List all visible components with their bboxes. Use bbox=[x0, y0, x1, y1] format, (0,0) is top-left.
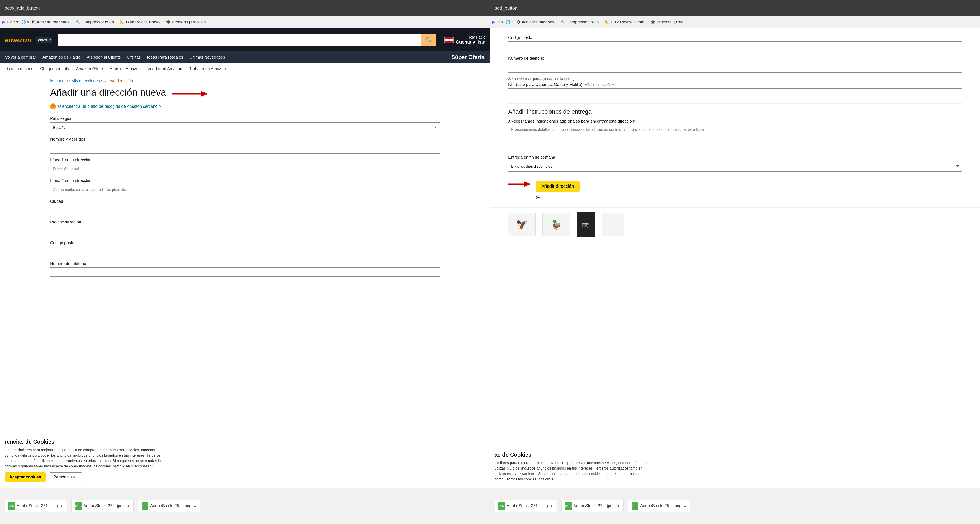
browser-bar-left: book_add_button bbox=[0, 0, 490, 16]
input-tel[interactable] bbox=[50, 267, 440, 276]
svg-marker-1 bbox=[201, 91, 208, 97]
input-ciudad[interactable] bbox=[50, 205, 440, 216]
accept-cookies-btn-left[interactable]: Aceptar cookies bbox=[5, 472, 46, 482]
bookmark-achicar[interactable]: 🖼 Achicar Imágenes... bbox=[32, 20, 73, 25]
left-panel: book_add_button ▶ Twitch 🌐 n 🖼 Achicar I… bbox=[0, 0, 490, 524]
bookmark-globe[interactable]: 🌐 n bbox=[21, 20, 29, 25]
textarea-delivery[interactable] bbox=[508, 125, 962, 150]
form-group-tel-r: Número de teléfono bbox=[508, 56, 962, 73]
chevron-down-icon-dl1r[interactable]: ▲ bbox=[550, 504, 554, 508]
nav-atencion[interactable]: Atención al Cliente bbox=[83, 51, 124, 63]
label-nombre: Nombre y apellidos bbox=[50, 137, 440, 142]
label-tel: Número de teléfono bbox=[50, 261, 440, 266]
cookie-title-right: as de Cookies bbox=[495, 451, 975, 458]
download-1-left[interactable]: JPG AdobeStock_271....jpg ▲ bbox=[5, 500, 67, 512]
cookie-title-left: rencias de Cookies bbox=[5, 438, 485, 445]
browser-tab-right[interactable]: add_button bbox=[495, 5, 517, 11]
form-group-cp-r: Código postal bbox=[508, 35, 962, 52]
compressor-icon-r: 🔧 bbox=[560, 20, 565, 25]
bookmark-proctor-r[interactable]: 🎓 ProctorU | Real... bbox=[651, 20, 688, 25]
department-select[interactable]: entos bbox=[36, 37, 52, 43]
chevron-down-icon-dl1[interactable]: ▲ bbox=[60, 504, 64, 508]
form-group-linea2: Línea 2 de la dirección bbox=[50, 178, 440, 195]
bookmark-compressor[interactable]: 🔧 Compressor.io - o... bbox=[76, 20, 118, 25]
pickup-link[interactable]: 📍 O encuentra un punto de recogida de Am… bbox=[50, 103, 440, 110]
search-button[interactable]: 🔍 bbox=[422, 34, 436, 46]
account-info[interactable]: Hola Pablo Cuenta y lista bbox=[456, 35, 485, 44]
add-address-arrow bbox=[508, 180, 531, 188]
bookmark-twitch[interactable]: ▶ Twitch bbox=[2, 20, 18, 25]
main-form-left: Añadir una dirección nueva 📍 O encuentra… bbox=[0, 87, 490, 276]
nav-volver[interactable]: volver a comprar bbox=[2, 51, 39, 63]
bookmark-globe-r[interactable]: 🌐 n bbox=[506, 20, 514, 25]
nav-cheques[interactable]: Cheques regalo bbox=[40, 67, 69, 71]
label-ciudad: Ciudad bbox=[50, 199, 440, 204]
personalize-btn-left[interactable]: Personaliza... bbox=[49, 472, 83, 482]
add-address-button[interactable]: Añadir dirección bbox=[536, 181, 579, 192]
delivery-instructions-title: Añadir instrucciones de entrega bbox=[508, 108, 962, 115]
bookmark-compressor-r[interactable]: 🔧 Compressor.io - o... bbox=[560, 20, 602, 25]
nav-novedades[interactable]: Últimas Novedades bbox=[186, 51, 228, 63]
nav-ideas[interactable]: Ideas Para Regalos bbox=[144, 51, 186, 63]
bookmark-twitch-r[interactable]: ▶ itch bbox=[492, 20, 503, 25]
select-weekend[interactable]: Elige los días disponibles bbox=[508, 161, 962, 171]
label-tel-r: Número de teléfono bbox=[508, 56, 962, 61]
product-img-1: 🦅 bbox=[508, 213, 536, 236]
search-input[interactable] bbox=[58, 34, 422, 46]
nav-super-oferta[interactable]: Súper Oferta bbox=[448, 51, 488, 63]
resize-icon-r: 📐 bbox=[605, 20, 610, 25]
download-3-left[interactable]: JPEG AdobeStock_25....jpeg ▲ bbox=[138, 500, 200, 512]
download-file-icon-1: JPG bbox=[8, 502, 15, 510]
input-tel-r[interactable] bbox=[508, 62, 962, 73]
amazon-logo[interactable]: amazon bbox=[5, 36, 32, 44]
label-pais: País/Región bbox=[50, 116, 440, 121]
bookmark-achicar-r[interactable]: 🖼 Achicar Imágenes... bbox=[516, 20, 558, 25]
nav-ofertas[interactable]: Ofertas bbox=[124, 51, 144, 63]
nav-pablo[interactable]: Amazon.es de Pablo bbox=[39, 51, 83, 63]
form-group-pais: País/Región España bbox=[50, 116, 440, 133]
breadcrumb-mi-cuenta[interactable]: Mi cuenta bbox=[50, 79, 68, 83]
chevron-down-icon-dl3[interactable]: ▲ bbox=[193, 504, 197, 508]
input-nif[interactable] bbox=[508, 88, 962, 99]
input-provincia[interactable] bbox=[50, 226, 440, 237]
browser-tab-left[interactable]: book_add_button bbox=[5, 5, 40, 11]
cookie-buttons-left: Aceptar cookies Personaliza... bbox=[5, 472, 485, 482]
breadcrumb-nueva-direccion: Nueva dirección bbox=[103, 79, 133, 83]
download-1-right[interactable]: JPG AdobeStock_271....jpg ▲ bbox=[495, 500, 557, 512]
nav-vender[interactable]: Vender en Amazon bbox=[148, 67, 182, 71]
twitch-icon-r: ▶ bbox=[492, 20, 495, 25]
chevron-down-icon-dl3r[interactable]: ▲ bbox=[683, 504, 687, 508]
select-pais[interactable]: España bbox=[50, 122, 440, 133]
chevron-down-icon-dl2[interactable]: ▲ bbox=[126, 504, 130, 508]
input-linea2[interactable] bbox=[50, 184, 440, 195]
form-group-additional: ¿Necesitamos indicaciones adicionales pa… bbox=[508, 119, 962, 151]
search-bar: 🔍 bbox=[58, 34, 436, 46]
helper-text-tel: Se puede usar para ayudar con la entrega bbox=[508, 77, 962, 81]
input-nombre[interactable] bbox=[50, 143, 440, 154]
bookmark-bulk-resize-r[interactable]: 📐 Bulk Resize Photo... bbox=[605, 20, 648, 25]
input-linea1[interactable] bbox=[50, 164, 440, 174]
bookmark-bulk-resize[interactable]: 📐 Bulk Resize Photo... bbox=[120, 20, 163, 25]
cookie-text-left: hientas similares para mejorar tu experi… bbox=[5, 447, 164, 469]
nav-prime[interactable]: Amazon Prime bbox=[76, 67, 103, 71]
resize-icon: 📐 bbox=[120, 20, 125, 25]
nav-apps[interactable]: Apps de Amazon bbox=[110, 67, 141, 71]
page-title: Añadir una dirección nueva bbox=[50, 87, 166, 98]
label-cp-r: Código postal bbox=[508, 35, 962, 40]
chevron-down-icon-dl2r[interactable]: ▲ bbox=[616, 504, 620, 508]
download-2-left[interactable]: JPEG AdobeStock_27....jpeg ▲ bbox=[72, 500, 134, 512]
chevron-down-icon-nif: ▾ bbox=[612, 83, 614, 87]
nif-more-info-link[interactable]: Más información ▾ bbox=[585, 83, 614, 87]
nav-trabajar[interactable]: Trabajar en Amazon bbox=[189, 67, 226, 71]
nav-lista-deseos[interactable]: Lista de deseos bbox=[5, 67, 33, 71]
cookie-banner-left: rencias de Cookies hientas similares par… bbox=[0, 433, 490, 487]
download-3-right[interactable]: JPEG AdobeStock_25....jpeg ▲ bbox=[628, 500, 690, 512]
input-cp-r[interactable] bbox=[508, 41, 962, 52]
breadcrumb-mis-direcciones[interactable]: Mis direcciones bbox=[72, 79, 100, 83]
compressor-icon: 🔧 bbox=[76, 20, 81, 25]
product-images-row: 🦅 🦆 📷 bbox=[490, 207, 980, 242]
input-cp[interactable] bbox=[50, 247, 440, 257]
download-2-right[interactable]: JPEG AdobeStock_27....jpeg ▲ bbox=[562, 500, 624, 512]
proctor-icon-r: 🎓 bbox=[651, 20, 655, 25]
bookmark-proctor[interactable]: 🎓 ProctorU | Real Pe... bbox=[166, 20, 209, 25]
